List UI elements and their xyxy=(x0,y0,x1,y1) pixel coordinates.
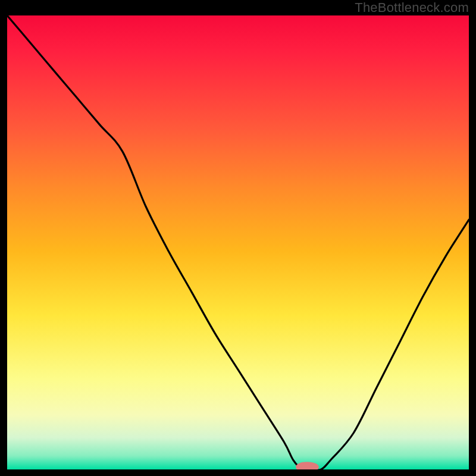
chart-frame: TheBottleneck.com xyxy=(0,0,476,476)
bottleneck-chart xyxy=(7,15,469,469)
gradient-background xyxy=(7,15,469,469)
watermark-label: TheBottleneck.com xyxy=(355,0,469,15)
plot-area xyxy=(7,15,469,469)
